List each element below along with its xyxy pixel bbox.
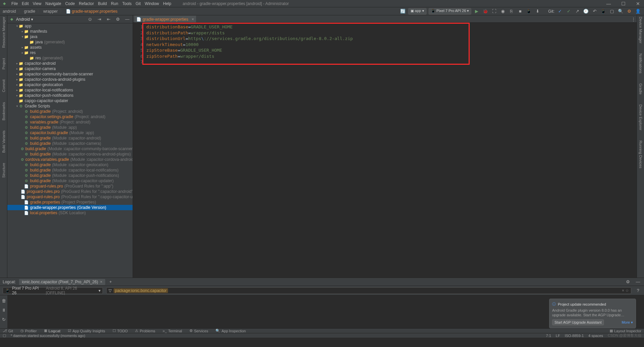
menu-item[interactable]: Tools <box>122 1 132 6</box>
tree-row[interactable]: ▸📁assets <box>7 45 133 50</box>
tree-row[interactable]: ⚙build.gradle(Module :capacitor-push-not… <box>7 173 133 178</box>
stop-icon[interactable]: ■ <box>517 8 523 15</box>
tree-row[interactable]: 📄gradle.properties(Project Properties) <box>7 200 133 205</box>
cursor-position[interactable]: 7:1 <box>546 334 551 338</box>
menu-item[interactable]: Help <box>163 1 171 6</box>
profile-icon[interactable]: ◉ <box>499 8 506 15</box>
gear-icon[interactable]: ⚙ <box>115 16 121 23</box>
tree-row[interactable]: ⚙capacitor.build.gradle(Module :app) <box>7 130 133 135</box>
tree-row[interactable]: ⚙build.gradle(Module :capacitor-android) <box>7 135 133 141</box>
indent[interactable]: 4 spaces <box>589 334 603 338</box>
tree-row[interactable]: 📁capgo-capacitor-updater <box>7 98 133 103</box>
tree-row[interactable]: ▾⚙Gradle Scripts <box>7 103 133 109</box>
tree-row[interactable]: ▸📁capacitor-community-barcode-scanner <box>7 71 133 77</box>
minimize-icon[interactable]: — <box>605 1 613 6</box>
avd-icon[interactable]: 📱 <box>525 8 532 15</box>
right-gutter-tab[interactable]: Gradle <box>639 83 643 94</box>
toolwindow-button[interactable]: 🔍 App Inspection <box>215 329 246 333</box>
layout-inspector-button[interactable]: ▦ Layout Inspector <box>610 329 641 333</box>
git-update-icon[interactable]: ✓ <box>556 8 563 15</box>
device-mirror-icon[interactable]: 📱 <box>600 8 607 15</box>
tree-row[interactable]: ▸📁capacitor-camera <box>7 66 133 71</box>
right-gutter-tab[interactable]: Device Explorer <box>639 104 643 130</box>
line-ending[interactable]: LF <box>556 334 560 338</box>
attach-icon[interactable]: ⎘ <box>508 8 515 15</box>
tree-row[interactable]: ▸📁manifests <box>7 29 133 34</box>
left-gutter-tab[interactable]: Resource Manager <box>2 17 6 48</box>
tree-row[interactable]: ⚙variables.gradle(Project: android) <box>7 119 133 125</box>
sdk-icon[interactable]: ⬇ <box>534 8 541 15</box>
menu-item[interactable]: View <box>33 1 41 6</box>
tree-row[interactable]: 📁java(generated) <box>7 39 133 45</box>
left-gutter-tab[interactable]: Structure <box>2 163 6 178</box>
expand-icon[interactable]: ⇤ <box>105 16 112 23</box>
hide-icon[interactable]: — <box>124 16 131 23</box>
menu-item[interactable]: Git <box>136 1 141 6</box>
logcat-gear-icon[interactable]: ⚙ <box>625 279 631 285</box>
logcat-device-dropdown[interactable]: 📱 Pixel 7 Pro API 26 Android 8, API 26 [… <box>3 287 103 294</box>
settings-icon[interactable]: ⚙ <box>626 8 633 15</box>
menu-item[interactable]: File <box>11 1 18 6</box>
tree-row[interactable]: 📄gradle-wrapper.properties(Gradle Versio… <box>7 205 133 210</box>
tree-row[interactable]: ▸📁capacitor-push-notifications <box>7 93 133 98</box>
start-upgrade-button[interactable]: Start AGP Upgrade Assistant <box>552 319 604 325</box>
project-view-dropdown[interactable]: Android ▾ <box>16 17 33 22</box>
toolwindow-button[interactable]: ≣ Logcat <box>44 329 60 333</box>
toolwindow-button[interactable]: ☐ TODO <box>113 329 128 333</box>
run-icon[interactable]: ▶ <box>473 8 480 15</box>
tree-row[interactable]: ⚙cordova.variables.gradle(Module :capaci… <box>7 157 133 162</box>
locate-icon[interactable]: ⊙ <box>87 16 93 23</box>
menu-item[interactable]: Window <box>145 1 159 6</box>
breadcrumb-file[interactable]: 📄 gradle-wrapper.properties <box>66 9 118 14</box>
add-tab-icon[interactable]: ＋ <box>109 279 113 285</box>
tree-row[interactable]: ⚙capacitor.settings.gradle(Project: andr… <box>7 114 133 119</box>
git-rollback-icon[interactable]: ↶ <box>591 8 598 15</box>
left-gutter-tab[interactable]: Commit <box>2 79 6 92</box>
menu-item[interactable]: Edit <box>22 1 29 6</box>
breadcrumb-part[interactable]: wrapper <box>43 9 57 14</box>
emulator-icon[interactable]: ▢ <box>609 8 615 15</box>
tree-row[interactable]: ▸📁capacitor-cordova-android-plugins <box>7 77 133 82</box>
menu-item[interactable]: Navigate <box>45 1 61 6</box>
pause-icon[interactable]: ⏸ <box>0 307 7 313</box>
tree-row[interactable]: ⚙build.gradle(Module :capacitor-communit… <box>7 146 133 151</box>
menu-item[interactable]: Code <box>65 1 75 6</box>
tree-row[interactable]: ⚙build.gradle(Project: android) <box>7 109 133 114</box>
restart-icon[interactable]: ↻ <box>0 316 7 323</box>
toolwindow-button[interactable]: ⚙ Services <box>189 329 208 333</box>
git-commit-icon[interactable]: ✓ <box>565 8 572 15</box>
logcat-hide-icon[interactable]: — <box>635 279 641 285</box>
debug-icon[interactable]: 🐞 <box>482 8 489 15</box>
tree-row[interactable]: ⚙build.gradle(Module :capacitor-local-no… <box>7 167 133 173</box>
toolwindow-button[interactable]: ⚠ Problems <box>135 329 155 333</box>
run-config-dropdown[interactable]: ▣ app ▾ <box>408 8 426 15</box>
toolwindow-button[interactable]: ◷ Profiler <box>20 329 37 333</box>
tree-row[interactable]: 📄proguard-rules.pro(ProGuard Rules for "… <box>7 194 133 200</box>
logcat-help-icon[interactable]: ? <box>635 287 641 294</box>
coverage-icon[interactable]: ⛶ <box>491 8 497 15</box>
tree-row[interactable]: ▸📁res <box>7 50 133 55</box>
git-push-icon[interactable]: ↗ <box>574 8 581 15</box>
tree-row[interactable]: 📁res(generated) <box>7 55 133 61</box>
encoding[interactable]: ISO-8859-1 <box>565 334 584 338</box>
toolwindow-button[interactable]: ☑ App Quality Insights <box>68 329 105 333</box>
logcat-filter-input[interactable]: ▽ package:ionic.bonc.capacitor × ☆ <box>106 287 631 294</box>
tree-row[interactable]: ▾📁app <box>7 23 133 29</box>
project-tree[interactable]: ▾📁app▸📁manifests▾📁java📁java(generated)▸📁… <box>7 23 133 278</box>
git-history-icon[interactable]: 🕘 <box>583 8 589 15</box>
right-gutter-tab[interactable]: Device Manager <box>639 17 643 43</box>
breadcrumb-part[interactable]: android <box>3 9 16 14</box>
tab-list-icon[interactable]: ⋮ <box>630 16 637 22</box>
avatar-icon[interactable]: 👤 <box>635 8 641 15</box>
left-gutter-tab[interactable]: Project <box>2 58 6 69</box>
maximize-icon[interactable]: ☐ <box>619 1 627 6</box>
collapse-icon[interactable]: ⇥ <box>96 16 103 23</box>
left-gutter-tab[interactable]: Build Variants <box>2 130 6 153</box>
tree-row[interactable]: ▸📁capacitor-geolocation <box>7 82 133 87</box>
right-gutter-tab[interactable]: Notifications <box>639 53 643 73</box>
close-tab-icon[interactable]: × <box>192 17 194 22</box>
menu-item[interactable]: Run <box>111 1 118 6</box>
tree-row[interactable]: ▸📁capacitor-local-notifications <box>7 87 133 93</box>
breadcrumb-part[interactable]: gradle <box>24 9 35 14</box>
menu-item[interactable]: Refactor <box>79 1 94 6</box>
